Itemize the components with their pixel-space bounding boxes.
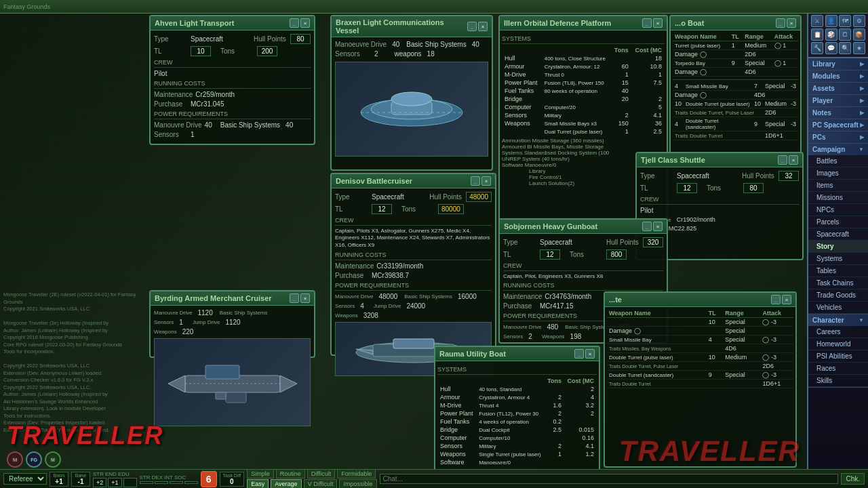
ahven-minimize[interactable]: _ (290, 18, 299, 28)
diff-easy[interactable]: Easy (247, 479, 269, 488)
diff-impossible[interactable]: Impossible (339, 479, 376, 488)
ahven-tl-value: 10 (191, 46, 211, 56)
referee-dropdown[interactable]: Referee (3, 473, 47, 485)
denisov-maint-row: Maintenance Cr33199/month (335, 262, 492, 270)
card-denisov-header[interactable]: Denisov Battlecruiser _ × (332, 174, 495, 188)
denisov-close[interactable]: × (481, 176, 491, 186)
denisov-minimize[interactable]: _ (471, 176, 480, 186)
card-sobjornen-header[interactable]: Sobjornen Heavy Gunboat _ × (500, 220, 667, 234)
diff-difficult[interactable]: Difficult (307, 469, 335, 479)
sidebar-item-psi-abilities[interactable]: PSI Abilities (808, 350, 868, 363)
sidebar-item-skills[interactable]: Skills (808, 375, 868, 387)
sidebar-section-notes: Notes ▶ (808, 107, 868, 119)
sidebar-item-items[interactable]: Items (808, 180, 868, 192)
ahven-close[interactable]: × (300, 18, 310, 28)
card-bottom-right-header[interactable]: ...te _ × (605, 293, 795, 307)
card-illern-header[interactable]: Illern Orbital Defence Platform _ × (500, 16, 667, 30)
table-row: Double Turret (pulse laser) 10 Medium ◯ … (607, 353, 793, 362)
sidebar-item-tables[interactable]: Tables (808, 265, 868, 277)
card-weapon-body: Weapon Name TL Range Attack Turret (puls… (671, 30, 800, 142)
wt2-row2-name: Double Turret (pulse laser) (684, 100, 752, 108)
end-label: END (105, 471, 117, 477)
sidebar-item-missions[interactable]: Missions (808, 192, 868, 204)
svg-point-3 (391, 92, 432, 106)
tool-icon-11[interactable]: 🔍 (839, 42, 851, 54)
sidebar-item-vehicles[interactable]: Vehicles (808, 302, 868, 314)
sidebar-item-careers[interactable]: Careers (808, 326, 868, 338)
weapon-close[interactable]: × (787, 18, 796, 28)
info-text: Mongoose Traveller (2E) ruleset (v2022-0… (3, 291, 139, 434)
sidebar-assets-header[interactable]: Assets ▶ (808, 83, 868, 94)
ahven-purchase-label: Purchase (154, 100, 188, 108)
tjell-close[interactable]: × (789, 155, 798, 165)
diff-vdifficult[interactable]: V Difficult (304, 479, 338, 488)
card-rauma-header[interactable]: Rauma Utility Boat _ × (435, 347, 599, 361)
byrding-minimize[interactable]: _ (290, 293, 299, 303)
sidebar-item-spacecraft[interactable]: Spacecraft (808, 228, 868, 241)
sidebar-character-header[interactable]: Character ▼ (808, 314, 868, 326)
sidebar-campaign-header[interactable]: Campaign ▼ (808, 144, 868, 155)
sidebar-item-homeworld[interactable]: Homeworld (808, 338, 868, 350)
card-bottom-right-title: ...te (609, 296, 622, 304)
card-ahven-header[interactable]: Ahven Light Transport _ × (151, 16, 314, 30)
illern-close[interactable]: × (653, 18, 663, 28)
sidebar-item-images[interactable]: Images (808, 167, 868, 180)
sobjornen-close[interactable]: × (653, 222, 663, 231)
sobjornen-tl-row: TL 12 Tons 800 (503, 249, 663, 260)
illern-minimize[interactable]: _ (642, 18, 652, 28)
rauma-close[interactable]: × (585, 349, 595, 359)
rauma-r4-detail: Fusion (TL12), Power 30 (476, 409, 545, 418)
card-tjell-header[interactable]: Tjell Class Shuttle _ × (637, 153, 802, 167)
sidebar-pcspacecraft-header[interactable]: PC Spacecraft ▶ (808, 119, 868, 131)
br-close[interactable]: × (782, 295, 791, 304)
tool-icon-5[interactable]: 📋 (811, 28, 823, 41)
card-byrding-header[interactable]: Byrding Armed Merchant Cruiser _ × (151, 291, 314, 306)
tool-icon-8[interactable]: 📦 (853, 28, 865, 41)
diff-routine[interactable]: Routine (276, 469, 305, 479)
tjell-type-row: Type Spacecraft Hull Points 32 (640, 171, 799, 181)
sidebar-item-races[interactable]: Races (808, 363, 868, 375)
card-braxen-header[interactable]: Braxen Light Communications Vessel _ × (332, 16, 492, 37)
sidebar-notes-header[interactable]: Notes ▶ (808, 107, 868, 119)
tool-icon-1[interactable]: ⚔ (811, 15, 823, 27)
diff-formidable[interactable]: Formidable (337, 469, 376, 479)
chat-button[interactable]: Chk. (841, 473, 865, 485)
sidebar-item-npcs[interactable]: NPCs (808, 204, 868, 216)
braxen-minimize[interactable]: _ (467, 22, 477, 31)
denisov-maint-value: Cr33199/month (376, 262, 423, 270)
sidebar-library-header[interactable]: Library ▶ (808, 58, 868, 70)
card-denisov-controls: _ × (471, 176, 491, 186)
diff-average[interactable]: Average (271, 479, 301, 488)
tool-icon-7[interactable]: 🗒 (839, 28, 851, 41)
card-bottom-right-body: Weapon Name TL Range Attack 10 Special ◯… (605, 307, 795, 390)
sidebar-item-task-chains[interactable]: Task Chains (808, 277, 868, 289)
sobjornen-minimize[interactable]: _ (642, 222, 652, 231)
rauma-minimize[interactable]: _ (574, 349, 584, 359)
sidebar-item-parcels[interactable]: Parcels (808, 216, 868, 228)
weapon-minimize[interactable]: _ (776, 18, 785, 28)
byrding-close[interactable]: × (300, 293, 310, 303)
tool-icon-6[interactable]: 🎲 (825, 28, 837, 41)
tool-icon-9[interactable]: 🔧 (811, 42, 823, 54)
sidebar-item-systems[interactable]: Systems (808, 253, 868, 265)
diff-simple[interactable]: Simple (247, 469, 274, 479)
sidebar-item-battles[interactable]: Battles (808, 155, 868, 167)
br-minimize[interactable]: _ (771, 295, 781, 304)
tool-icon-2[interactable]: 👤 (825, 15, 837, 27)
sidebar-player-header[interactable]: Player ▶ (808, 95, 868, 106)
tool-icon-4[interactable]: ⚙ (853, 15, 865, 27)
chat-input[interactable] (380, 474, 839, 484)
sidebar-item-story[interactable]: Story (808, 241, 868, 253)
sidebar-item-trade-goods[interactable]: Trade Goods (808, 289, 868, 302)
tjell-minimize[interactable]: _ (778, 155, 787, 165)
br-row2-traits-label: Traits Missiles, Bay Weapons (607, 344, 723, 353)
card-bottom-right-controls: _ × (771, 295, 791, 304)
sidebar-modules-header[interactable]: Modules ▶ (808, 70, 868, 82)
rauma-col-name (437, 377, 476, 385)
tool-icon-3[interactable]: 🗺 (839, 15, 851, 27)
tool-icon-12[interactable]: ★ (853, 42, 865, 54)
braxen-close[interactable]: × (478, 22, 488, 31)
card-weapon-header[interactable]: ...o Boat _ × (671, 16, 800, 30)
tool-icon-10[interactable]: 💬 (825, 42, 837, 54)
sidebar-pcs-header[interactable]: PCs ▶ (808, 131, 868, 143)
